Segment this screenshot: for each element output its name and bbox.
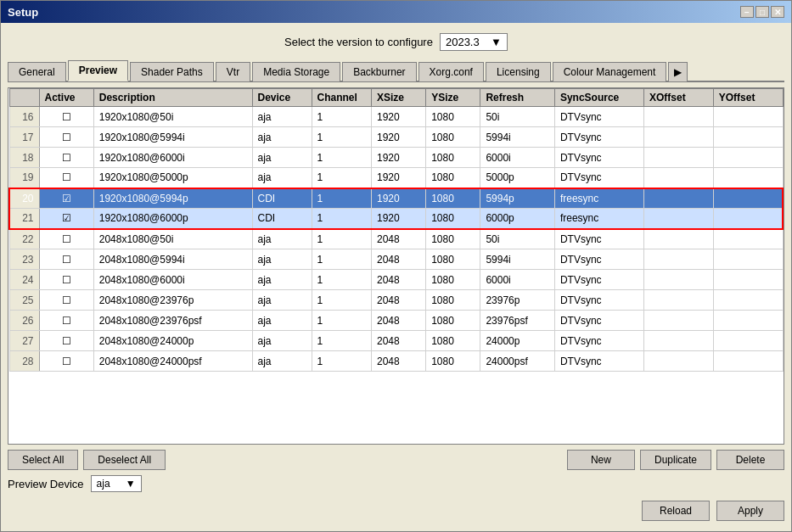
table-cell: 21 [9,209,39,229]
table-row[interactable]: 19☐1920x1080@5000paja1192010805000pDTVsy… [9,168,783,188]
table-cell: CDI [252,209,312,229]
table-row[interactable]: 21☑1920x1080@6000pCDI1192010806000pfrees… [9,209,783,229]
tab-backburner[interactable]: Backburner [342,62,416,81]
table-cell: DTVsync [554,127,643,148]
active-checkbox[interactable]: ☐ [39,107,93,127]
table-cell [643,270,713,290]
tab-licensing[interactable]: Licensing [486,62,551,81]
table-cell [713,229,783,249]
table-cell [713,168,783,188]
table-cell: 1 [312,290,371,311]
preview-device-arrow: ▼ [126,478,136,490]
table-row[interactable]: 27☐2048x1080@24000paja12048108024000pDTV… [9,331,783,351]
active-checkbox[interactable]: ☐ [39,290,93,311]
select-all-button[interactable]: Select All [8,450,78,470]
table-cell: 1 [312,168,371,188]
table-row[interactable]: 24☐2048x1080@6000iaja1204810806000iDTVsy… [9,270,783,290]
table-cell: aja [252,107,312,127]
table-cell: 2048x1080@24000p [93,331,252,351]
table-row[interactable]: 26☐2048x1080@23976psfaja12048108023976ps… [9,311,783,331]
table-row[interactable]: 17☐1920x1080@5994iaja1192010805994iDTVsy… [9,127,783,148]
active-checkbox[interactable]: ☐ [39,229,93,249]
table-cell: 1 [312,107,371,127]
tab-preview[interactable]: Preview [68,60,128,81]
deselect-all-button[interactable]: Deselect All [83,450,166,470]
table-cell: 1 [312,311,371,331]
active-checkbox[interactable]: ☐ [39,331,93,351]
table-cell [643,331,713,351]
table-cell: DTVsync [554,107,643,127]
table-cell: 1080 [426,249,480,270]
table-row[interactable]: 22☐2048x1080@50iaja12048108050iDTVsync [9,229,783,249]
table-row[interactable]: 28☐2048x1080@24000psfaja12048108024000ps… [9,351,783,372]
table-cell: 1080 [426,107,480,127]
active-checkbox[interactable]: ☑ [39,188,93,209]
table-cell [713,127,783,148]
new-button[interactable]: New [567,450,635,470]
table-cell: 6000p [480,209,555,229]
table-row[interactable]: 18☐1920x1080@6000iaja1192010806000iDTVsy… [9,148,783,168]
table-cell: 2048 [371,351,425,372]
tab-bar: General Preview Shader Paths Vtr Media S… [8,59,784,82]
table-cell: aja [252,127,312,148]
table-cell: DTVsync [554,331,643,351]
active-checkbox[interactable]: ☐ [39,270,93,290]
table-cell: 16 [9,107,39,127]
tab-general[interactable]: General [8,62,66,81]
table-cell: DTVsync [554,249,643,270]
table-cell: 2048x1080@5994i [93,249,252,270]
table-cell: 1920x1080@6000p [93,209,252,229]
table-cell: 1080 [426,209,480,229]
active-checkbox[interactable]: ☐ [39,148,93,168]
active-checkbox[interactable]: ☑ [39,209,93,229]
table-cell: 23976psf [480,311,555,331]
table-row[interactable]: 20☑1920x1080@5994pCDI1192010805994pfrees… [9,188,783,209]
apply-button[interactable]: Apply [716,501,784,521]
table-row[interactable]: 23☐2048x1080@5994iaja1204810805994iDTVsy… [9,249,783,270]
table-row[interactable]: 25☐2048x1080@23976paja12048108023976pDTV… [9,290,783,311]
tab-shader-paths[interactable]: Shader Paths [130,62,214,81]
col-num [9,89,39,107]
reload-button[interactable]: Reload [642,501,710,521]
table-cell [713,249,783,270]
tab-xorg-conf[interactable]: Xorg.conf [418,62,484,81]
window-controls: − □ ✕ [740,6,784,18]
table-cell: DTVsync [554,229,643,249]
table-cell: 1920x1080@50i [93,107,252,127]
table-scroll-area[interactable]: Active Description Device Channel XSize … [8,88,784,444]
table-cell: 1080 [426,331,480,351]
table-cell: 5994p [480,188,555,209]
maximize-button[interactable]: □ [755,6,769,18]
data-table: Active Description Device Channel XSize … [8,88,784,372]
tab-more[interactable]: ▶ [668,62,688,81]
delete-button[interactable]: Delete [716,450,784,470]
col-channel: Channel [312,89,371,107]
active-checkbox[interactable]: ☐ [39,249,93,270]
table-row[interactable]: 16☐1920x1080@50iaja11920108050iDTVsync [9,107,783,127]
table-cell: 1080 [426,188,480,209]
active-checkbox[interactable]: ☐ [39,127,93,148]
active-checkbox[interactable]: ☐ [39,351,93,372]
tab-media-storage[interactable]: Media Storage [252,62,340,81]
table-cell: DTVsync [554,290,643,311]
preview-device-dropdown[interactable]: aja ▼ [91,475,142,492]
duplicate-button[interactable]: Duplicate [640,450,711,470]
preview-device-label: Preview Device [8,478,84,490]
table-cell: 2048 [371,249,425,270]
table-cell: 1 [312,270,371,290]
col-ysize: YSize [426,89,480,107]
table-cell: 1080 [426,290,480,311]
version-dropdown[interactable]: 2023.3 ▼ [440,33,508,51]
table-cell: 1 [312,148,371,168]
table-cell: 2048 [371,311,425,331]
active-checkbox[interactable]: ☐ [39,168,93,188]
tab-vtr[interactable]: Vtr [216,62,250,81]
table-cell [643,351,713,372]
close-button[interactable]: ✕ [771,6,784,18]
minimize-button[interactable]: − [740,6,754,18]
table-cell: CDI [252,188,312,209]
bottom-action-row: Reload Apply [8,497,784,524]
tab-colour-management[interactable]: Colour Management [553,62,667,81]
table-cell: 2048x1080@6000i [93,270,252,290]
active-checkbox[interactable]: ☐ [39,311,93,331]
